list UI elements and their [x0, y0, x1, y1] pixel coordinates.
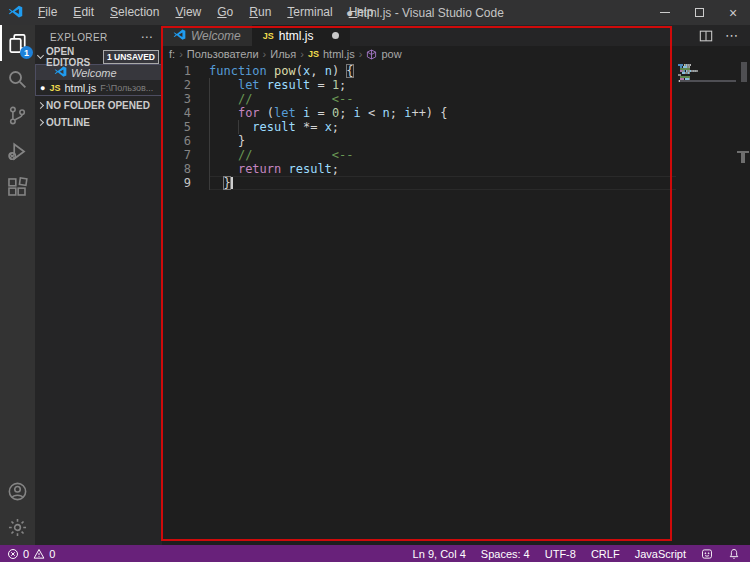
breadcrumb-folder[interactable]: Илья [270, 48, 296, 60]
indent-guide [209, 78, 210, 92]
code-line-text: result *= x; [209, 120, 676, 134]
code-token: let [274, 106, 296, 120]
open-editor-path: F:\Пользов... [100, 83, 153, 93]
code-line[interactable]: 3 // <-- [162, 92, 676, 106]
indent-guide [209, 106, 210, 120]
open-editor-htmljs[interactable]: ● JS html.js F:\Пользов... [36, 80, 161, 95]
code-token [281, 162, 288, 176]
activitybar-explorer[interactable]: 1 [0, 25, 35, 61]
unsaved-badge: 1 UNSAVED [103, 50, 159, 64]
activitybar-spacer [0, 205, 35, 473]
menu-selection[interactable]: Selection [102, 0, 167, 25]
overview-ruler-mark [741, 153, 745, 163]
breadcrumb-folder[interactable]: Пользователи [187, 48, 259, 60]
editor-area: Welcome JS html.js ⋯ f: › Пользователи [162, 25, 750, 545]
bell-icon[interactable] [728, 548, 740, 560]
chevron-separator: › [300, 48, 304, 60]
activitybar-source-control[interactable] [0, 97, 35, 133]
statusbar-right: Ln 9, Col 4 Spaces: 4 UTF-8 CRLF JavaScr… [413, 548, 740, 560]
code-token: for [238, 106, 260, 120]
sidebar-more-actions-icon[interactable]: ⋯ [141, 30, 162, 44]
code-token: result [289, 162, 332, 176]
code-token [209, 106, 238, 120]
scrollbar-thumb[interactable] [741, 62, 747, 82]
menu-go[interactable]: Go [209, 0, 241, 25]
code-line[interactable]: 2 let result = 1; [162, 78, 676, 92]
code-token: ++) { [411, 106, 447, 120]
run-debug-icon [7, 141, 28, 162]
menu-edit[interactable]: Edit [65, 0, 102, 25]
code-line[interactable]: 4 for (let i = 0; i < n; i++) { [162, 106, 676, 120]
code-token: *= [296, 120, 325, 134]
code-line-text: return result; [209, 162, 676, 176]
line-number: 9 [162, 176, 209, 190]
code-token: n [383, 106, 390, 120]
activitybar-account[interactable] [0, 473, 35, 509]
close-button[interactable]: × [716, 0, 750, 25]
menu-view[interactable]: View [167, 0, 209, 25]
minimap-content[interactable] [678, 64, 736, 82]
breadcrumb-symbol[interactable]: pow [381, 48, 401, 60]
code-token: pow [274, 64, 296, 78]
tab-bar: Welcome JS html.js ⋯ [162, 25, 750, 46]
section-outline[interactable]: OUTLINE [35, 115, 162, 130]
source-control-icon [7, 105, 28, 126]
activitybar-run-debug[interactable] [0, 133, 35, 169]
code-line[interactable]: 5 result *= x; [162, 120, 676, 134]
line-number: 1 [162, 64, 209, 78]
maximize-button[interactable] [682, 0, 716, 25]
code-lines[interactable]: 1function pow(x, n) {2 let result = 1;3 … [162, 62, 676, 545]
encoding-status[interactable]: UTF-8 [545, 548, 576, 560]
indentation-status[interactable]: Spaces: 4 [481, 548, 530, 560]
split-editor-icon[interactable] [699, 29, 713, 43]
code-line[interactable]: 8 return result; [162, 162, 676, 176]
activitybar-extensions[interactable] [0, 169, 35, 205]
cursor-position-status[interactable]: Ln 9, Col 4 [413, 548, 466, 560]
section-no-folder-opened[interactable]: NO FOLDER OPENED [35, 98, 162, 113]
code-token: ; [332, 162, 339, 176]
more-actions-icon[interactable]: ⋯ [725, 28, 739, 43]
line-number: 6 [162, 134, 209, 148]
close-icon: × [729, 6, 737, 20]
menu-terminal[interactable]: Terminal [279, 0, 340, 25]
problems-status[interactable]: 0 0 [7, 548, 55, 560]
code-token [209, 78, 238, 92]
code-line[interactable]: 1function pow(x, n) { [162, 64, 676, 78]
chevron-right-icon [37, 119, 44, 126]
vscode-logo-icon [54, 66, 67, 79]
code-token: = [310, 78, 332, 92]
code-token [267, 64, 274, 78]
minimize-button[interactable] [648, 0, 682, 25]
main-area: 1 [0, 25, 750, 545]
breadcrumb-drive[interactable]: f: [169, 48, 175, 60]
menu-file[interactable]: File [30, 0, 65, 25]
tab-htmljs[interactable]: JS html.js [252, 25, 351, 46]
vscode-window: File Edit Selection View Go Run Terminal… [0, 0, 750, 562]
language-mode-status[interactable]: JavaScript [635, 548, 686, 560]
eol-status[interactable]: CRLF [591, 548, 620, 560]
code-token: // <-- [238, 148, 354, 162]
tab-label: Welcome [191, 29, 241, 43]
activitybar-search[interactable] [0, 61, 35, 97]
code-token: function [209, 64, 267, 78]
activitybar-settings[interactable] [0, 509, 35, 545]
code-line[interactable]: 9 } [162, 176, 676, 190]
code-line-text: for (let i = 0; i < n; i++) { [209, 106, 676, 120]
code-line[interactable]: 6 } [162, 134, 676, 148]
code-token: n [325, 64, 332, 78]
line-number: 8 [162, 162, 209, 176]
gear-icon [7, 517, 28, 538]
feedback-smiley-icon[interactable] [701, 548, 713, 560]
indent-guide [238, 120, 239, 134]
menu-run[interactable]: Run [241, 0, 279, 25]
modified-dot-icon[interactable] [332, 32, 339, 39]
code-token [209, 162, 238, 176]
breadcrumb-file[interactable]: html.js [323, 48, 355, 60]
section-open-editors[interactable]: OPEN EDITORS 1 UNSAVED [35, 49, 162, 64]
code-token [209, 120, 252, 134]
chevron-right-icon [37, 102, 44, 109]
open-editor-welcome[interactable]: Welcome [36, 65, 161, 80]
code-line[interactable]: 7 // <-- [162, 148, 676, 162]
indent-guide [209, 162, 210, 176]
tab-welcome[interactable]: Welcome [162, 25, 252, 46]
